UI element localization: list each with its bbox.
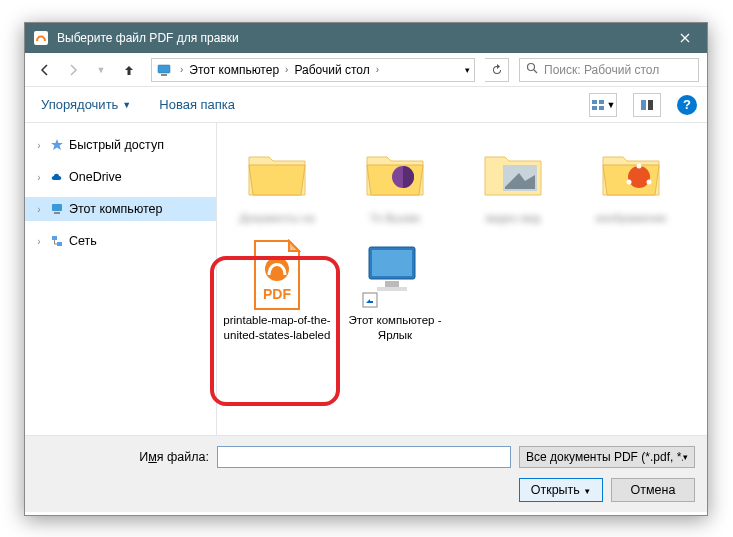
up-button[interactable] [117, 58, 141, 82]
svg-rect-25 [385, 281, 399, 287]
file-label: Этот компьютер - Ярлык [341, 313, 449, 342]
star-icon [49, 137, 65, 153]
file-label: изображение [596, 211, 667, 225]
svg-rect-10 [52, 204, 62, 211]
bottom-bar: Имя файла: Все документы PDF (*.pdf, *.p… [25, 435, 707, 512]
file-label: printable-map-of-the-united-states-label… [223, 313, 331, 342]
sidebar-item-label: OneDrive [69, 170, 122, 184]
close-button[interactable] [662, 23, 707, 53]
breadcrumb-root[interactable]: Этот компьютер [187, 63, 281, 77]
titlebar: Выберите файл PDF для правки [25, 23, 707, 53]
view-options-button[interactable]: ▼ [589, 93, 617, 117]
sidebar: › Быстрый доступ › OneDrive › Э [25, 123, 217, 435]
address-bar[interactable]: › Этот компьютер › Рабочий стол › ▾ [151, 58, 475, 82]
preview-pane-button[interactable] [633, 93, 661, 117]
sidebar-item-label: Быстрый доступ [69, 138, 164, 152]
svg-rect-12 [52, 236, 57, 240]
new-folder-button[interactable]: Новая папка [153, 93, 241, 116]
filename-input[interactable] [217, 446, 511, 468]
svg-rect-24 [372, 250, 412, 276]
sidebar-item-label: Этот компьютер [69, 202, 162, 216]
filetype-combo[interactable]: Все документы PDF (*.pdf, *.pс ▾ [519, 446, 695, 468]
app-icon [33, 30, 49, 46]
svg-rect-8 [641, 100, 646, 110]
svg-rect-13 [57, 242, 62, 246]
search-icon [526, 62, 538, 77]
expand-icon: › [33, 172, 45, 183]
search-input[interactable]: Поиск: Рабочий стол [519, 58, 699, 82]
shortcut-item[interactable]: Этот компьютер - Ярлык [339, 235, 451, 346]
svg-point-3 [528, 64, 535, 71]
folder-item[interactable]: изображение [575, 133, 687, 229]
file-label: Документы на [239, 211, 314, 225]
filename-label: Имя файла: [37, 450, 209, 464]
sidebar-item-label: Сеть [69, 234, 97, 248]
expand-icon: › [33, 140, 45, 151]
computer-icon [355, 239, 435, 311]
open-button[interactable]: Открыть ▼ [519, 478, 603, 502]
svg-point-19 [627, 180, 632, 185]
svg-rect-11 [54, 212, 60, 214]
svg-rect-1 [158, 65, 170, 73]
chevron-down-icon: ▾ [683, 452, 688, 462]
sidebar-item-quickaccess[interactable]: › Быстрый доступ [25, 133, 216, 157]
folder-icon [355, 137, 435, 209]
dialog-body: › Быстрый доступ › OneDrive › Э [25, 123, 707, 435]
file-label: То Вьюве [370, 211, 420, 225]
expand-icon: › [33, 236, 45, 247]
back-button[interactable] [33, 58, 57, 82]
svg-rect-2 [161, 74, 167, 76]
pdf-icon: PDF [237, 239, 317, 311]
file-area[interactable]: Документы на То Вьюве видео вид изображе… [217, 123, 707, 435]
forward-button[interactable] [61, 58, 85, 82]
svg-rect-9 [648, 100, 653, 110]
pdf-file-item[interactable]: PDF printable-map-of-the-united-states-l… [221, 235, 333, 346]
folder-icon [237, 137, 317, 209]
cloud-icon [49, 169, 65, 185]
network-icon [49, 233, 65, 249]
recent-dropdown[interactable]: ▼ [89, 58, 113, 82]
refresh-button[interactable] [485, 58, 509, 82]
folder-item[interactable]: То Вьюве [339, 133, 451, 229]
file-open-dialog: Выберите файл PDF для правки ▼ › Этот ко… [24, 22, 708, 516]
svg-point-20 [647, 180, 652, 185]
svg-point-18 [637, 164, 642, 169]
folder-icon [473, 137, 553, 209]
svg-rect-5 [599, 100, 604, 104]
svg-rect-4 [592, 100, 597, 104]
pc-icon [156, 62, 172, 78]
addr-dropdown-icon[interactable]: ▾ [465, 65, 470, 75]
svg-rect-0 [34, 31, 48, 45]
expand-icon: › [33, 204, 45, 215]
file-label: видео вид [486, 211, 540, 225]
organize-button[interactable]: Упорядочить ▼ [35, 93, 137, 116]
nav-row: ▼ › Этот компьютер › Рабочий стол › ▾ По… [25, 53, 707, 87]
folder-item[interactable]: Документы на [221, 133, 333, 229]
sidebar-item-network[interactable]: › Сеть [25, 229, 216, 253]
window-title: Выберите файл PDF для правки [57, 31, 662, 45]
help-button[interactable]: ? [677, 95, 697, 115]
search-placeholder: Поиск: Рабочий стол [544, 63, 659, 77]
sidebar-item-thispc[interactable]: › Этот компьютер [25, 197, 216, 221]
cancel-button[interactable]: Отмена [611, 478, 695, 502]
breadcrumb-folder[interactable]: Рабочий стол [292, 63, 371, 77]
sidebar-item-onedrive[interactable]: › OneDrive [25, 165, 216, 189]
svg-rect-6 [592, 106, 597, 110]
folder-icon [591, 137, 671, 209]
svg-rect-7 [599, 106, 604, 110]
svg-text:PDF: PDF [263, 286, 291, 302]
folder-item[interactable]: видео вид [457, 133, 569, 229]
svg-point-17 [628, 166, 650, 188]
toolbar: Упорядочить ▼ Новая папка ▼ ? [25, 87, 707, 123]
chevron-down-icon: ▼ [122, 100, 131, 110]
pc-icon [49, 201, 65, 217]
svg-rect-26 [377, 287, 407, 291]
